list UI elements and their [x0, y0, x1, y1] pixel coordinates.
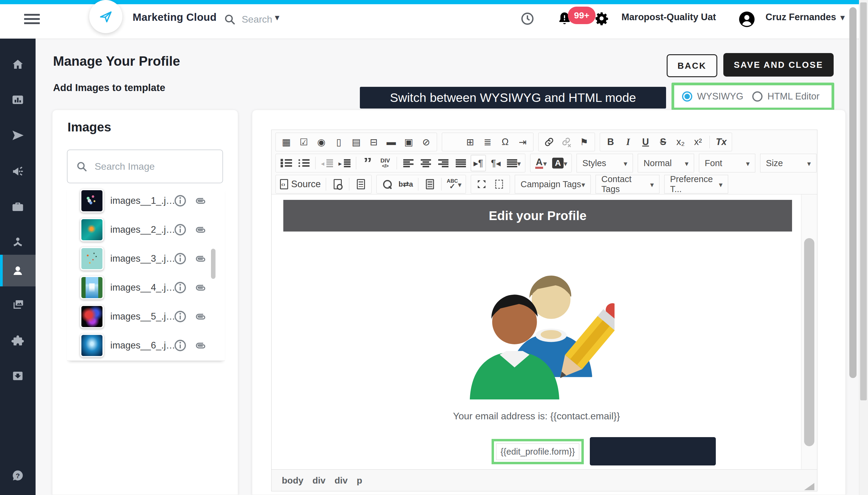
anchor-button[interactable]: ⚑ [576, 134, 592, 150]
bulleted-list-button[interactable] [296, 155, 311, 171]
wysiwyg-radio-label[interactable]: WYSIWYG [697, 91, 743, 102]
image-thumbnail[interactable] [80, 218, 104, 241]
sidebar-item-media-library[interactable] [0, 289, 36, 320]
spell-check-button[interactable]: ABC✓ [446, 176, 463, 192]
preference-tags-dropdown[interactable]: Preference T... [664, 175, 728, 193]
path-p[interactable]: p [357, 475, 362, 486]
image-attach-icon[interactable] [193, 339, 207, 352]
textarea-button[interactable]: ▤ [349, 134, 364, 150]
paragraph-format-dropdown[interactable]: Normal [638, 154, 694, 172]
back-button[interactable]: BACK [667, 54, 717, 77]
contact-tags-dropdown[interactable]: Contact Tags [595, 175, 659, 193]
app-switcher[interactable]: Marketing Cloud [133, 0, 217, 34]
image-info-icon[interactable] [174, 281, 187, 294]
text-color-button[interactable]: A [534, 155, 549, 171]
image-info-icon[interactable] [174, 223, 187, 236]
blockquote-button[interactable]: ” [360, 158, 375, 168]
image-thumbnail[interactable] [80, 189, 104, 212]
numbered-list-button[interactable] [279, 155, 294, 171]
image-info-icon[interactable] [174, 339, 187, 352]
preview-button[interactable] [330, 176, 345, 192]
insert-image-button[interactable] [445, 134, 460, 150]
find-button[interactable] [380, 176, 395, 192]
image-list-item[interactable]: images__6_.j… [67, 331, 225, 360]
save-and-close-button[interactable]: SAVE AND CLOSE [723, 53, 834, 76]
image-button-button[interactable]: ▣ [401, 134, 416, 150]
image-attach-icon[interactable] [193, 194, 207, 207]
div-container-button[interactable]: DIV</> [378, 155, 393, 171]
image-info-icon[interactable] [174, 252, 187, 265]
sidebar-item-help[interactable] [0, 461, 36, 491]
sidebar-item-integrations[interactable] [0, 326, 36, 356]
path-div[interactable]: div [334, 475, 347, 486]
image-attach-icon[interactable] [193, 223, 207, 236]
image-list-item[interactable]: images__5_.j… [67, 302, 225, 331]
remove-format-button[interactable]: Tx [714, 134, 729, 150]
checkbox-button[interactable]: ☑ [296, 134, 311, 150]
html-editor-radio-label[interactable]: HTML Editor [767, 91, 819, 102]
size-dropdown[interactable]: Size [760, 154, 816, 172]
increase-indent-button[interactable] [337, 155, 352, 171]
image-thumbnail[interactable] [80, 305, 104, 328]
sidebar-item-contacts-selected[interactable] [0, 255, 36, 286]
sidebar-item-journeys[interactable] [0, 227, 36, 258]
image-info-icon[interactable] [174, 310, 187, 323]
wysiwyg-radio[interactable] [682, 91, 692, 102]
editor-resize-handle[interactable] [804, 483, 814, 490]
sidebar-item-campaigns[interactable] [0, 120, 36, 150]
window-scrollbar[interactable] [860, 2, 867, 400]
html-editor-radio[interactable] [752, 91, 763, 102]
bold-button[interactable]: B [603, 134, 618, 150]
insert-table-button[interactable]: ⊞ [463, 134, 478, 150]
strikethrough-button[interactable]: S [656, 134, 671, 150]
editor-scrollbar[interactable] [804, 238, 814, 446]
show-blocks-button[interactable] [491, 176, 507, 192]
page-break-button[interactable]: ⇥ [515, 134, 530, 150]
maximize-button[interactable] [474, 176, 489, 192]
special-character-button[interactable]: Ω [498, 134, 513, 150]
chevron-down-icon[interactable]: ▾ [840, 12, 845, 23]
hamburger-menu-icon[interactable] [24, 14, 40, 25]
path-body[interactable]: body [282, 475, 303, 486]
styles-dropdown[interactable]: Styles [576, 154, 633, 172]
path-div[interactable]: div [313, 475, 326, 486]
align-justify-button[interactable] [453, 155, 468, 171]
hidden-field-button[interactable]: ⊘ [419, 134, 434, 150]
image-list-item[interactable]: images__2_.j… [67, 215, 225, 244]
italic-button[interactable]: I [621, 134, 636, 150]
select-field-button[interactable]: ⊟ [366, 134, 381, 150]
user-menu[interactable]: Cruz Fernandes [765, 0, 836, 34]
image-attach-icon[interactable] [193, 310, 207, 323]
font-dropdown[interactable]: Font [699, 154, 755, 172]
image-thumbnail[interactable] [80, 334, 104, 357]
recent-activity-icon[interactable] [520, 12, 535, 26]
image-thumbnail[interactable] [80, 276, 104, 300]
unlink-button[interactable] [559, 134, 574, 150]
radio-field-button[interactable]: ◉ [314, 134, 329, 150]
image-info-icon[interactable] [174, 194, 187, 207]
image-attach-icon[interactable] [193, 281, 207, 294]
align-center-button[interactable] [418, 155, 433, 171]
sidebar-item-home[interactable] [0, 49, 36, 80]
image-attach-icon[interactable] [193, 252, 207, 265]
image-search-input[interactable] [94, 161, 210, 172]
image-list-scrollbar[interactable] [211, 249, 215, 279]
brand-logo[interactable] [89, 0, 122, 33]
sidebar-item-imports[interactable] [0, 361, 36, 391]
underline-button[interactable]: U [638, 134, 653, 150]
replace-button[interactable]: b⇄a [397, 176, 414, 192]
button-field-button[interactable]: ▬ [384, 134, 399, 150]
text-direction-ltr-button[interactable]: ▸¶ [471, 155, 486, 171]
form-button[interactable]: ▦ [279, 134, 294, 150]
global-search-input[interactable] [241, 14, 411, 25]
image-list-item[interactable]: images__4_.j… [67, 273, 225, 302]
user-avatar-icon[interactable] [739, 11, 755, 28]
sidebar-item-marketing[interactable] [0, 156, 36, 186]
image-thumbnail[interactable] [80, 247, 104, 270]
align-left-button[interactable] [401, 155, 416, 171]
text-direction-rtl-button[interactable]: ¶◂ [488, 155, 503, 171]
source-button[interactable]: Source [279, 176, 322, 192]
page-scrollbar[interactable] [849, 7, 856, 378]
image-list-item[interactable]: images__1_.j… [67, 186, 225, 215]
horizontal-line-button[interactable]: ≣ [480, 134, 495, 150]
